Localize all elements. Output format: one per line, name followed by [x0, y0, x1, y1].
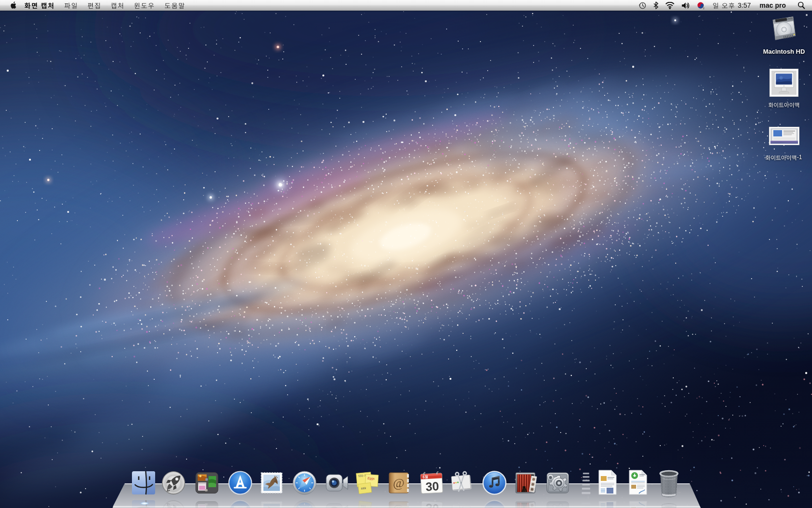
svg-text:@: @	[393, 476, 405, 490]
svg-text:30: 30	[425, 479, 439, 493]
svg-text:2: 2	[703, 7, 705, 10]
